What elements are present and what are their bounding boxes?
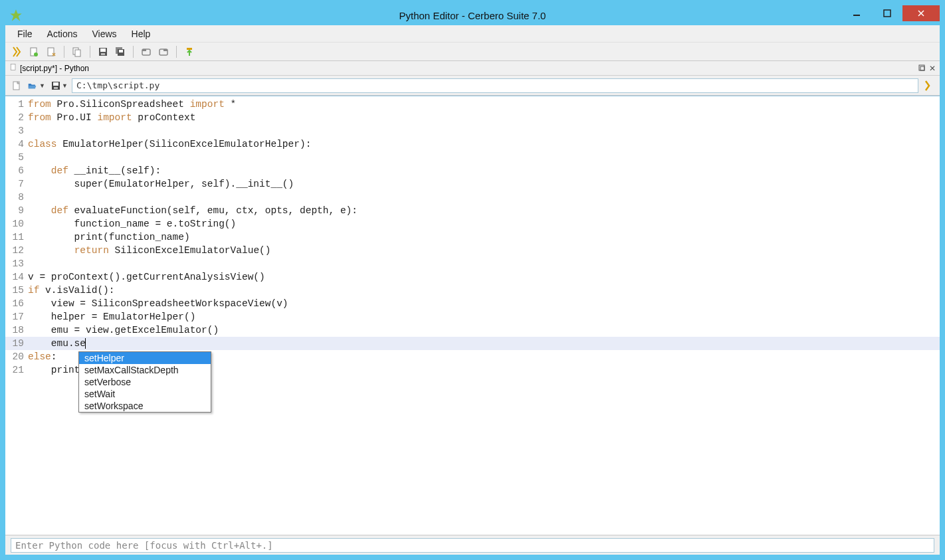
code-content[interactable]: return SiliconExcelEmulatorValue() <box>28 244 270 257</box>
code-line[interactable]: 4class EmulatorHelper(SiliconExcelEmulat… <box>5 138 940 151</box>
autocomplete-item[interactable]: setHelper <box>79 352 211 364</box>
svg-rect-0 <box>853 15 860 16</box>
code-line[interactable]: 8 <box>5 191 940 204</box>
line-number: 20 <box>5 350 28 363</box>
code-line[interactable]: 11 print(function_name) <box>5 231 940 244</box>
code-line[interactable]: 9 def evaluateFunction(self, emu, ctx, o… <box>5 204 940 217</box>
code-content[interactable]: from Pro.SiliconSpreadsheet import * <box>28 98 236 111</box>
main-window: Python Editor - Cerbero Suite 7.0 File A… <box>5 5 940 555</box>
autocomplete-item[interactable]: setMaxCallStackDepth <box>79 364 211 376</box>
code-content[interactable]: view = SiliconSpreadsheetWorkspaceView(v… <box>28 297 288 310</box>
document-tab[interactable]: [script.py*] - Python <box>20 64 89 73</box>
code-line[interactable]: 6 def __init__(self): <box>5 164 940 177</box>
code-line[interactable]: 17 helper = EmulatorHelper() <box>5 310 940 324</box>
code-content[interactable]: def __init__(self): <box>28 164 161 177</box>
document-toolbar: ▼ ▼ <box>5 76 940 96</box>
code-line[interactable]: 5 <box>5 151 940 164</box>
minimize-button[interactable] <box>841 5 872 21</box>
line-number: 15 <box>5 284 28 297</box>
line-number: 21 <box>5 363 28 377</box>
close-tab-icon[interactable]: ✕ <box>929 64 936 73</box>
toolbar-separator <box>133 46 134 58</box>
code-line[interactable]: 7 super(EmulatorHelper, self).__init__() <box>5 177 940 191</box>
svg-rect-12 <box>119 50 123 52</box>
menu-file[interactable]: File <box>11 27 39 41</box>
save-all-icon[interactable] <box>113 45 128 59</box>
line-number: 6 <box>5 164 28 177</box>
menu-actions[interactable]: Actions <box>41 27 84 41</box>
plugin-icon[interactable] <box>182 45 197 59</box>
code-line[interactable]: 19 emu.se <box>5 337 940 350</box>
svg-rect-1 <box>884 10 891 17</box>
code-line[interactable]: 2from Pro.UI import proContext <box>5 111 940 124</box>
line-number: 14 <box>5 270 28 284</box>
app-icon <box>9 9 23 22</box>
toolbar-separator <box>90 46 90 58</box>
code-content[interactable]: def evaluateFunction(self, emu, ctx, opt… <box>28 204 358 217</box>
window-title: Python Editor - Cerbero Suite 7.0 <box>5 10 940 21</box>
code-line[interactable]: 14v = proContext().getCurrentAnalysisVie… <box>5 270 940 284</box>
close-button[interactable] <box>902 5 940 21</box>
line-number: 13 <box>5 257 28 270</box>
maximize-button[interactable] <box>872 5 902 21</box>
menu-help[interactable]: Help <box>125 27 158 41</box>
line-number: 8 <box>5 191 28 204</box>
menu-bar: File Actions Views Help <box>5 25 940 43</box>
code-content[interactable]: emu = view.getExcelEmulator() <box>28 324 219 337</box>
copy-icon[interactable] <box>70 45 84 59</box>
line-number: 12 <box>5 244 28 257</box>
code-content[interactable]: if v.isValid(): <box>28 284 115 297</box>
code-line[interactable]: 16 view = SiliconSpreadsheetWorkspaceVie… <box>5 297 940 310</box>
svg-rect-23 <box>53 82 58 86</box>
code-editor[interactable]: 1from Pro.SiliconSpreadsheet import *2fr… <box>5 96 940 535</box>
code-content[interactable]: class EmulatorHelper(SiliconExcelEmulato… <box>28 138 311 151</box>
run-icon[interactable] <box>9 45 24 59</box>
code-content[interactable]: function_name = e.toString() <box>28 217 236 231</box>
code-line[interactable]: 1from Pro.SiliconSpreadsheet import * <box>5 98 940 111</box>
execute-icon[interactable] <box>921 78 936 93</box>
save-icon[interactable] <box>96 45 110 59</box>
line-number: 10 <box>5 217 28 231</box>
code-content[interactable]: helper = EmulatorHelper() <box>28 310 195 324</box>
code-content[interactable]: print(function_name) <box>28 231 190 244</box>
autocomplete-item[interactable]: setWorkspace <box>79 400 211 412</box>
code-line[interactable]: 10 function_name = e.toString() <box>5 217 940 231</box>
svg-rect-9 <box>101 53 105 55</box>
svg-rect-16 <box>163 49 167 51</box>
open-folder-icon[interactable]: ▼ <box>27 78 47 93</box>
add-doc-icon[interactable] <box>44 45 58 59</box>
autocomplete-item[interactable]: setVerbose <box>79 376 211 388</box>
line-number: 11 <box>5 231 28 244</box>
text-cursor <box>85 338 86 349</box>
toolbar-separator <box>64 46 64 58</box>
code-content[interactable]: emu.se <box>28 337 86 350</box>
svg-rect-24 <box>54 87 58 89</box>
code-line[interactable]: 13 <box>5 257 940 270</box>
code-content[interactable]: from Pro.UI import proContext <box>28 111 195 124</box>
code-content[interactable]: v = proContext().getCurrentAnalysisView(… <box>28 270 265 284</box>
window-controls <box>841 5 940 25</box>
line-number: 4 <box>5 138 28 151</box>
tab-left-icon[interactable] <box>139 45 154 59</box>
code-line[interactable]: 18 emu = view.getExcelEmulator() <box>5 324 940 337</box>
code-line[interactable]: 15if v.isValid(): <box>5 284 940 297</box>
svg-rect-19 <box>919 65 924 70</box>
autocomplete-item[interactable]: setWait <box>79 388 211 400</box>
console-input[interactable] <box>11 538 934 553</box>
new-doc-icon[interactable] <box>27 45 41 59</box>
line-number: 7 <box>5 177 28 191</box>
console-panel <box>5 535 940 555</box>
line-number: 16 <box>5 297 28 310</box>
code-line[interactable]: 3 <box>5 124 940 138</box>
code-line[interactable]: 12 return SiliconExcelEmulatorValue() <box>5 244 940 257</box>
code-content[interactable]: else: <box>28 350 57 363</box>
dock-icon[interactable] <box>918 64 925 73</box>
save-file-icon[interactable]: ▼ <box>49 78 69 93</box>
tab-right-icon[interactable] <box>156 45 171 59</box>
menu-views[interactable]: Views <box>85 27 123 41</box>
svg-rect-8 <box>100 48 106 52</box>
file-path-input[interactable] <box>72 78 918 93</box>
svg-rect-20 <box>920 66 924 70</box>
new-file-icon[interactable] <box>9 78 24 93</box>
code-content[interactable]: super(EmulatorHelper, self).__init__() <box>28 177 294 191</box>
